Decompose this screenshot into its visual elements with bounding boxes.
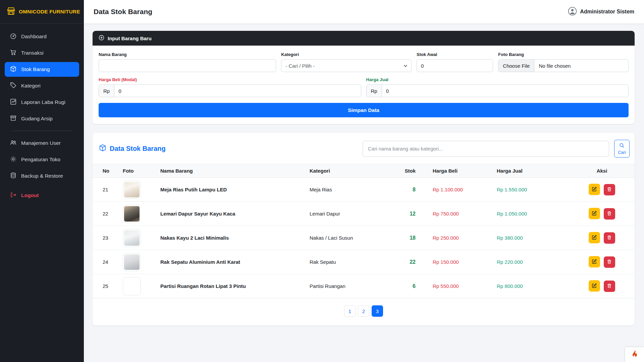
tags-icon <box>10 82 16 90</box>
row-no: 25 <box>93 274 117 298</box>
harga-beli-group: Rp <box>99 84 361 97</box>
sidebar-item-transaksi[interactable]: Transaksi <box>5 46 79 60</box>
card-title: Input Barang Baru <box>108 36 152 41</box>
search-input[interactable] <box>363 141 609 157</box>
sidebar-item-dashboard[interactable]: Dashboard <box>5 29 79 44</box>
choose-file-button[interactable]: Choose File <box>498 60 534 72</box>
speedometer-icon <box>10 33 16 41</box>
row-nama: Nakas Kayu 2 Laci Minimalis <box>155 226 304 250</box>
stok-awal-label: Stok Awal <box>417 52 493 57</box>
topbar: Data Stok Barang Administrator Sistem <box>84 0 644 23</box>
pencil-square-icon <box>592 283 597 289</box>
brand-name: OMNICODE FURNITURE <box>19 9 80 15</box>
row-harga-jual: Rp 1.050.000 <box>491 202 569 226</box>
pencil-square-icon <box>592 186 597 193</box>
input-barang-card-body: Nama Barang Kategori - Cari / Pilih - St… <box>93 46 635 124</box>
harga-jual-input[interactable] <box>382 85 628 97</box>
simpan-data-button[interactable]: Simpan Data <box>99 103 629 117</box>
sidebar: OMNICODE FURNITURE Dashboard Transaksi S… <box>0 0 84 362</box>
sidebar-item-logout[interactable]: Logout <box>5 188 79 203</box>
product-photo <box>123 229 141 247</box>
input-barang-card-header: Input Barang Baru <box>93 31 635 46</box>
delete-button[interactable] <box>604 232 615 244</box>
data-stok-card: Data Stok Barang Cari No Foto Nama Baran… <box>93 133 635 325</box>
col-foto: Foto <box>117 164 155 178</box>
delete-button[interactable] <box>604 281 615 292</box>
sidebar-item-pengaturan-toko[interactable]: Pengaturan Toko <box>5 152 79 167</box>
harga-beli-label: Harga Beli (Modal) <box>99 77 361 82</box>
trash-icon <box>607 259 612 265</box>
edit-button[interactable] <box>589 208 600 219</box>
sidebar-item-backup-restore[interactable]: Backup & Restore <box>5 169 79 183</box>
page-button-2[interactable]: 2 <box>358 305 369 317</box>
plus-circle-icon <box>99 35 104 42</box>
row-no: 24 <box>93 250 117 274</box>
trash-icon <box>607 211 612 217</box>
stok-table: No Foto Nama Barang Kategori Stok Harga … <box>93 164 635 298</box>
row-harga-beli: Rp 550.000 <box>421 274 491 298</box>
sidebar-item-manajemen-user[interactable]: Manajemen User <box>5 136 79 150</box>
row-harga-jual: Rp 380.000 <box>491 226 569 250</box>
people-icon <box>10 139 16 147</box>
table-row: 21 Meja Rias Putih Lampu LED Meja Rias 8… <box>93 178 635 202</box>
database-icon <box>10 172 16 180</box>
sidebar-item-label: Gudang Arsip <box>21 116 53 122</box>
sidebar-item-stok-barang[interactable]: Stok Barang <box>5 62 79 77</box>
row-harga-jual: Rp 800.000 <box>491 274 569 298</box>
page-button-1[interactable]: 1 <box>344 305 356 317</box>
pencil-square-icon <box>592 235 597 241</box>
sidebar-item-gudang-arsip[interactable]: Gudang Arsip <box>5 111 79 126</box>
harga-beli-input[interactable] <box>114 85 361 97</box>
stok-awal-input[interactable] <box>417 59 493 72</box>
foto-barang-file-input[interactable]: Choose File No file chosen <box>498 59 629 72</box>
edit-button[interactable] <box>589 256 600 267</box>
cari-button[interactable]: Cari <box>614 140 630 158</box>
page-button-3[interactable]: 3 <box>372 305 383 317</box>
sidebar-item-label: Dashboard <box>21 34 47 40</box>
logout-icon <box>10 192 16 199</box>
col-kategori: Kategori <box>304 164 392 178</box>
row-kategori: Nakas / Laci Susun <box>304 226 392 250</box>
row-stok: 12 <box>392 202 421 226</box>
foto-barang-label: Foto Barang <box>498 52 629 57</box>
user-name: Administrator Sistem <box>580 9 634 15</box>
pagination: 1 2 3 <box>93 298 635 325</box>
kategori-select[interactable]: - Cari / Pilih - <box>281 59 412 72</box>
trash-icon <box>607 283 612 289</box>
user-menu[interactable]: Administrator Sistem <box>568 7 634 17</box>
edit-button[interactable] <box>589 232 600 243</box>
nama-barang-input[interactable] <box>99 59 276 72</box>
trash-icon <box>607 235 612 241</box>
sidebar-divider <box>12 131 72 131</box>
trash-icon <box>607 187 612 193</box>
row-harga-jual: Rp 1.550.000 <box>491 178 569 202</box>
graph-icon <box>10 99 16 106</box>
pencil-square-icon <box>592 210 597 217</box>
product-photo <box>123 181 141 199</box>
sidebar-item-label: Pengaturan Toko <box>21 157 60 163</box>
table-header-row: No Foto Nama Barang Kategori Stok Harga … <box>93 164 635 178</box>
row-nama: Partisi Ruangan Rotan Lipat 3 Pintu <box>155 274 304 298</box>
product-photo <box>123 253 141 271</box>
sidebar-item-laporan-laba-rugi[interactable]: Laporan Laba Rugi <box>5 95 79 110</box>
product-photo <box>123 277 141 295</box>
col-stok: Stok <box>392 164 421 178</box>
harga-jual-prefix: Rp <box>367 85 382 97</box>
debug-toolbar-chip[interactable] <box>625 347 644 362</box>
row-harga-beli: Rp 1.100.000 <box>421 178 491 202</box>
sidebar-item-kategori[interactable]: Kategori <box>5 78 79 93</box>
col-harga-beli: Harga Beli <box>421 164 491 178</box>
delete-button[interactable] <box>604 184 615 195</box>
delete-button[interactable] <box>604 208 615 220</box>
file-chosen-status: No file chosen <box>534 60 575 72</box>
section-title-text: Data Stok Barang <box>110 145 166 153</box>
edit-button[interactable] <box>589 280 600 292</box>
nama-barang-label: Nama Barang <box>99 52 276 57</box>
row-harga-jual: Rp 220.000 <box>491 250 569 274</box>
delete-button[interactable] <box>604 256 615 268</box>
row-kategori: Rak Sepatu <box>304 250 392 274</box>
edit-button[interactable] <box>589 184 600 195</box>
table-row: 24 Rak Sepatu Aluminium Anti Karat Rak S… <box>93 250 635 274</box>
harga-jual-label: Harga Jual <box>366 77 629 82</box>
row-no: 22 <box>93 202 117 226</box>
